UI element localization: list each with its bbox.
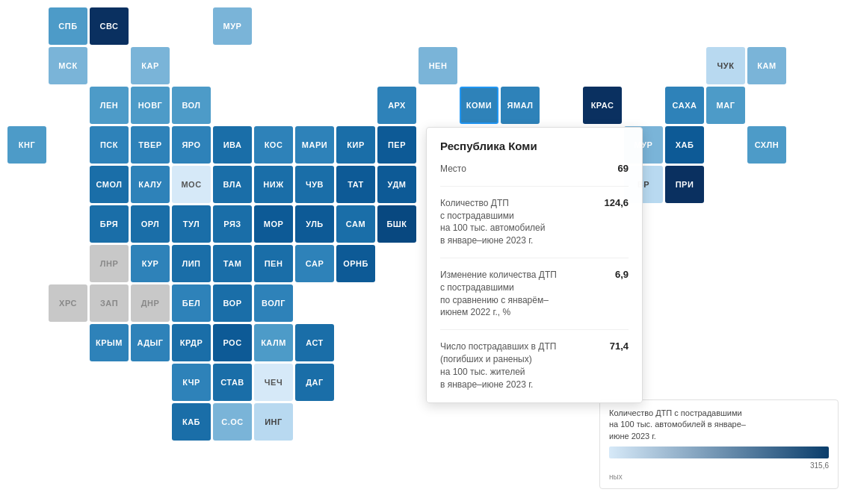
region-cell-ПСК[interactable]: ПСК	[90, 126, 129, 164]
region-cell-НОВГ[interactable]: НОВГ	[131, 87, 170, 124]
region-cell-САМ[interactable]: САМ	[336, 205, 375, 243]
region-cell-МОС[interactable]: МОС	[172, 166, 211, 203]
empty-cell	[788, 47, 827, 84]
empty-cell	[542, 87, 581, 124]
empty-cell	[788, 7, 827, 45]
region-cell-ЧУВ[interactable]: ЧУВ	[295, 166, 334, 203]
region-cell-КЧР[interactable]: КЧР	[172, 364, 211, 401]
empty-cell	[254, 443, 293, 480]
region-cell-МОР[interactable]: МОР	[254, 205, 293, 243]
empty-cell	[706, 284, 745, 322]
empty-cell	[788, 87, 827, 124]
region-cell-КАР[interactable]: КАР	[131, 47, 170, 84]
region-cell-ЯРО[interactable]: ЯРО	[172, 126, 211, 164]
region-cell-БРЯ[interactable]: БРЯ	[90, 205, 129, 243]
empty-cell	[336, 443, 375, 480]
region-cell-СВС[interactable]: СВС	[90, 7, 129, 45]
region-cell-КРЫМ[interactable]: КРЫМ	[90, 324, 129, 361]
region-cell-ОРНБ[interactable]: ОРНБ	[336, 245, 375, 282]
empty-cell	[747, 245, 786, 282]
region-cell-КРАС[interactable]: КРАС	[583, 87, 622, 124]
region-cell-БЕЛ[interactable]: БЕЛ	[172, 284, 211, 322]
region-cell-КАБ[interactable]: КАБ	[172, 403, 211, 441]
empty-cell	[706, 205, 745, 243]
region-cell-ВЛА[interactable]: ВЛА	[213, 166, 252, 203]
region-cell-БШК[interactable]: БШК	[377, 205, 416, 243]
region-cell-ЛЕН[interactable]: ЛЕН	[90, 87, 129, 124]
region-cell-СМОЛ[interactable]: СМОЛ	[90, 166, 129, 203]
region-cell-САР[interactable]: САР	[295, 245, 334, 282]
region-cell-АДЫГ[interactable]: АДЫГ	[131, 324, 170, 361]
region-cell-МУР[interactable]: МУР	[213, 7, 252, 45]
region-cell-ЧУК[interactable]: ЧУК	[706, 47, 745, 84]
empty-cell	[254, 7, 293, 45]
region-cell-ТАТ[interactable]: ТАТ	[336, 166, 375, 203]
region-cell-КАМ[interactable]: КАМ	[747, 47, 786, 84]
empty-cell	[624, 47, 663, 84]
region-cell-КНГ[interactable]: КНГ	[7, 126, 46, 164]
empty-cell	[747, 205, 786, 243]
region-cell-РЯЗ[interactable]: РЯЗ	[213, 205, 252, 243]
empty-cell	[295, 403, 334, 441]
empty-cell	[542, 403, 581, 441]
region-cell-СТАВ[interactable]: СТАВ	[213, 364, 252, 401]
region-cell-ЛИП[interactable]: ЛИП	[172, 245, 211, 282]
region-cell-ВОЛ[interactable]: ВОЛ	[172, 87, 211, 124]
empty-cell	[419, 443, 457, 480]
region-cell-АРХ[interactable]: АРХ	[377, 87, 416, 124]
empty-cell	[49, 245, 87, 282]
region-cell-УДМ[interactable]: УДМ	[377, 166, 416, 203]
region-cell-КИР[interactable]: КИР	[336, 126, 375, 164]
region-cell-ХРС[interactable]: ХРС	[49, 284, 87, 322]
region-cell-С.ОС[interactable]: С.ОС	[213, 403, 252, 441]
empty-cell	[542, 7, 581, 45]
empty-cell	[336, 324, 375, 361]
region-cell-КОМИ[interactable]: КОМИ	[460, 87, 498, 124]
tooltip-place-value: 69	[599, 163, 629, 174]
empty-cell	[501, 7, 540, 45]
region-cell-АСТ[interactable]: АСТ	[295, 324, 334, 361]
region-cell-ВОР[interactable]: ВОР	[213, 284, 252, 322]
region-cell-КАЛМ[interactable]: КАЛМ	[254, 324, 293, 361]
region-cell-СХЛН[interactable]: СХЛН	[747, 126, 786, 164]
region-cell-МСК[interactable]: МСК	[49, 47, 87, 84]
region-cell-ДНР[interactable]: ДНР	[131, 284, 170, 322]
region-cell-МАГ[interactable]: МАГ	[706, 87, 745, 124]
empty-cell	[788, 205, 827, 243]
empty-cell	[706, 166, 745, 203]
region-cell-СПБ[interactable]: СПБ	[49, 7, 87, 45]
region-cell-РОС[interactable]: РОС	[213, 324, 252, 361]
region-cell-ЯМАЛ[interactable]: ЯМАЛ	[501, 87, 540, 124]
empty-cell	[747, 324, 786, 361]
region-cell-ПЕН[interactable]: ПЕН	[254, 245, 293, 282]
empty-cell	[706, 324, 745, 361]
region-cell-КУР[interactable]: КУР	[131, 245, 170, 282]
region-cell-КОС[interactable]: КОС	[254, 126, 293, 164]
region-cell-ЧЕЧ[interactable]: ЧЕЧ	[254, 364, 293, 401]
tooltip-change-value: 6,9	[599, 269, 629, 280]
region-cell-САХА[interactable]: САХА	[665, 87, 704, 124]
region-cell-КАЛУ[interactable]: КАЛУ	[131, 166, 170, 203]
region-cell-НЕН[interactable]: НЕН	[419, 47, 457, 84]
region-cell-ИВА[interactable]: ИВА	[213, 126, 252, 164]
region-cell-НИЖ[interactable]: НИЖ	[254, 166, 293, 203]
region-cell-ОРЛ[interactable]: ОРЛ	[131, 205, 170, 243]
region-cell-ТВЕР[interactable]: ТВЕР	[131, 126, 170, 164]
region-cell-ПЕР[interactable]: ПЕР	[377, 126, 416, 164]
region-cell-МАРИ[interactable]: МАРИ	[295, 126, 334, 164]
region-cell-ХАБ[interactable]: ХАБ	[665, 126, 704, 164]
region-cell-ИНГ[interactable]: ИНГ	[254, 403, 293, 441]
region-cell-КРДР[interactable]: КРДР	[172, 324, 211, 361]
tooltip-change-label: Изменение количества ДТПс пострадавшимип…	[440, 269, 599, 319]
region-cell-ДАГ[interactable]: ДАГ	[295, 364, 334, 401]
region-cell-ТУЛ[interactable]: ТУЛ	[172, 205, 211, 243]
empty-cell	[336, 47, 375, 84]
empty-cell	[665, 284, 704, 322]
region-cell-ЛНР[interactable]: ЛНР	[90, 245, 129, 282]
region-cell-ПРИ[interactable]: ПРИ	[665, 166, 704, 203]
region-cell-УЛЬ[interactable]: УЛЬ	[295, 205, 334, 243]
region-cell-ТАМ[interactable]: ТАМ	[213, 245, 252, 282]
region-cell-ЗАП[interactable]: ЗАП	[90, 284, 129, 322]
empty-cell	[583, 7, 622, 45]
region-cell-ВОЛГ[interactable]: ВОЛГ	[254, 284, 293, 322]
